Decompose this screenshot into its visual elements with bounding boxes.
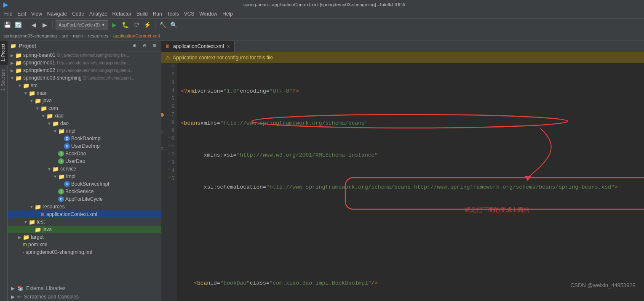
tree-item-appforlifecycle[interactable]: C AppForLifeCycle (8, 195, 161, 203)
menu-navigate[interactable]: Navigate (45, 11, 69, 17)
dropdown-arrow-icon: ▼ (102, 23, 105, 27)
tree-item-java[interactable]: ▼ 📁 java (8, 97, 161, 104)
tree-item-bookdaoimpl[interactable]: C BookDaoImpl (8, 135, 161, 142)
menu-window[interactable]: Window (197, 11, 220, 17)
arrow-icon: ▼ (46, 167, 52, 171)
interface-icon: I (58, 158, 64, 164)
tree-item-test[interactable]: ▼ 📁 test (8, 218, 161, 226)
external-libraries-item[interactable]: ▶ 📚 External Libraries (8, 284, 161, 293)
folder-icon: 📁 (52, 120, 59, 127)
tree-item-resources[interactable]: ▼ 📁 resources (8, 203, 161, 210)
line-num-15: 15 (161, 175, 174, 183)
tree-item-dao[interactable]: ▼ 📁 dao (8, 120, 161, 127)
profile-button[interactable]: ⚡ (143, 20, 152, 29)
iml-icon: ▪ (23, 250, 24, 255)
tree-item-src[interactable]: ▼ 📁 src (8, 82, 161, 89)
run-config-label: AppForLifeCycle (3) (59, 22, 100, 27)
arrow-icon: ▼ (23, 220, 29, 224)
tree-item-java-test[interactable]: 📁 java (8, 226, 161, 233)
breadcrumb-src[interactable]: src (62, 33, 68, 38)
tree-item-impl-dao[interactable]: ▼ 📁 impl (8, 127, 161, 135)
breadcrumb-main[interactable]: main (73, 33, 83, 38)
scratches-icon: ✏ (17, 294, 21, 300)
save-button[interactable]: 💾 (3, 20, 12, 29)
tree-item-springdemo02[interactable]: ▶ 📁 springdemo02 D:\javadcode\heima\spri… (8, 67, 161, 74)
code-line-6 (181, 247, 644, 255)
code-area[interactable]: 1 2 3 4 5 6 7 8 ⚠️ 9 10 (161, 63, 644, 301)
project-tree: ▶ 📁 spring-bean01 D:\javadcode\heima\spr… (8, 51, 161, 284)
menu-run[interactable]: Run (150, 11, 165, 17)
breadcrumb-file[interactable]: applicationContext.xml (113, 33, 160, 38)
tree-item-applicationcontext[interactable]: 🗎 applicationContext.xml (8, 210, 161, 218)
run-button[interactable]: ▶ (110, 20, 119, 29)
line-num-1: 1 (161, 63, 174, 71)
tree-item-bookservice[interactable]: I BookService (8, 188, 161, 195)
tab-close-button[interactable]: ✕ (227, 44, 230, 49)
class-icon: C (64, 181, 70, 187)
tree-item-service[interactable]: ▼ 📁 service (8, 165, 161, 173)
project-icon: 📁 (10, 43, 16, 49)
editor-tab-bar: 🗎 applicationContext.xml ✕ (161, 40, 644, 52)
tab-applicationcontext[interactable]: 🗎 applicationContext.xml ✕ (161, 41, 235, 52)
toolbar-separator (26, 21, 26, 29)
add-module-button[interactable]: ⊕ (131, 42, 138, 50)
breadcrumb-resources[interactable]: resources (88, 33, 108, 38)
tree-item-springdemo01[interactable]: ▶ 📁 springdemo01 D:\javadcode\heima\spri… (8, 59, 161, 67)
tree-item-bookdao[interactable]: I BookDao (8, 150, 161, 157)
tree-item-bookserviceimpl[interactable]: C BookServiceImpl (8, 180, 161, 188)
tree-item-userdao[interactable]: I UserDao (8, 157, 161, 165)
main-layout: 1: Project 2: Structure 📁 Project ⊕ ⊖ ⚙ … (0, 40, 644, 301)
class-icon: C (64, 136, 70, 141)
settings-button[interactable]: ⚙ (151, 42, 158, 50)
arrow-icon: ▶ (11, 294, 15, 300)
folder-icon: 📁 (52, 166, 59, 172)
menu-refactor[interactable]: Refactor (110, 11, 134, 17)
build-button[interactable]: 🔨 (158, 20, 168, 29)
menu-bar: File Edit View Navigate Code Analyze Ref… (0, 9, 644, 19)
vtab-project[interactable]: 1: Project (0, 40, 8, 65)
tree-item-userdaoimpl[interactable]: C UserDaoImpl (8, 142, 161, 150)
coverage-button[interactable]: 🛡 (132, 20, 141, 29)
code-content[interactable]: <?xml version="1.0" encoding="UTF-8"?> <… (177, 63, 644, 301)
menu-build[interactable]: Build (134, 11, 150, 17)
menu-analyze[interactable]: Analyze (87, 11, 110, 17)
menu-tools[interactable]: Tools (165, 11, 182, 17)
tree-item-pom[interactable]: m pom.xml (8, 241, 161, 248)
pom-icon: m (23, 242, 27, 248)
forward-button[interactable]: ▶ (40, 20, 49, 29)
menu-file[interactable]: File (2, 11, 15, 17)
collapse-button[interactable]: ⊖ (141, 42, 148, 50)
vtab-structure[interactable]: 2: Structure (0, 66, 8, 94)
menu-code[interactable]: Code (69, 11, 87, 17)
tree-item-springdemo03[interactable]: ▼ 📁 springdemo03-shengming D:\javadcode\… (8, 74, 161, 82)
scratches-item[interactable]: ▶ ✏ Scratches and Consoles (8, 293, 161, 301)
sync-button[interactable]: 🔄 (13, 20, 23, 29)
tree-item-com[interactable]: ▼ 📁 com (8, 104, 161, 112)
code-line-1: <?xml version="1.0" encoding="UTF-8"?> (181, 87, 644, 95)
tree-item-iml[interactable]: ▪ springdemo03-shengming.iml (8, 248, 161, 256)
back-button[interactable]: ◀ (29, 20, 38, 29)
search-button[interactable]: 🔍 (169, 20, 179, 29)
line-num-5: 5 (161, 95, 174, 103)
debug-button[interactable]: 🐛 (121, 20, 130, 29)
tree-item-impl-service[interactable]: ▼ 📁 impl (8, 173, 161, 180)
xml-file-icon: 🗎 (40, 212, 45, 217)
editor-container: 1 2 3 4 5 6 7 8 ⚠️ 9 10 (161, 63, 644, 301)
arrow-icon: ▼ (52, 129, 58, 133)
menu-vcs[interactable]: VCS (182, 11, 197, 17)
tree-item-main[interactable]: ▼ 📁 main (8, 89, 161, 97)
tree-item-spring-bean01[interactable]: ▶ 📁 spring-bean01 D:\javadcode\heima\spr… (8, 51, 161, 59)
tree-item-target[interactable]: ▶ 📁 target (8, 233, 161, 241)
arrow-icon: ▶ (9, 53, 15, 58)
run-config-dropdown[interactable]: AppForLifeCycle (3) ▼ (56, 20, 108, 29)
menu-help[interactable]: Help (220, 11, 235, 17)
menu-edit[interactable]: Edit (15, 11, 29, 17)
tab-label: applicationContext.xml (173, 43, 224, 49)
menu-view[interactable]: View (29, 11, 45, 17)
resources-folder-icon: 📁 (35, 204, 41, 210)
tree-item-xiao[interactable]: ▼ 📁 xiao (8, 112, 161, 120)
external-libraries-icon: 📚 (17, 285, 24, 291)
breadcrumb-module[interactable]: springdemo03-shengming (3, 33, 57, 38)
folder-icon: 📁 (29, 219, 35, 225)
folder-icon: 📁 (40, 105, 47, 112)
